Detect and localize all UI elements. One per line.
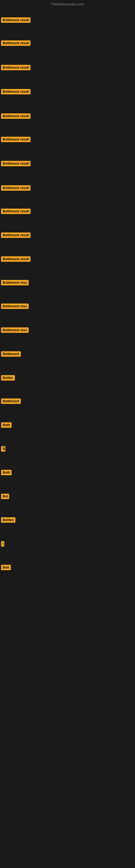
bottleneck-badge: Bottl xyxy=(1,422,12,428)
bottleneck-badge: Bottleneck result xyxy=(1,137,31,142)
bottleneck-badge: Bottl xyxy=(1,470,12,475)
bottleneck-badge: Bottler xyxy=(1,375,15,380)
bottleneck-badge: Bottleneck result xyxy=(1,40,31,46)
bottleneck-result-item: Bottleneck result xyxy=(1,232,31,239)
bottleneck-result-item: I xyxy=(1,541,4,548)
bottleneck-result-item: Bottleneck result xyxy=(1,185,31,192)
site-title: TheBottlenecker.com xyxy=(51,2,84,6)
bottleneck-badge: Bottleneck result xyxy=(1,256,31,262)
bottleneck-result-item: Bottleneck result xyxy=(1,40,31,47)
bottleneck-result-item: Bottleneck result xyxy=(1,209,31,215)
bottleneck-badge: Bottleneck result xyxy=(1,65,31,70)
bottleneck-badge: I xyxy=(1,541,4,547)
bottleneck-badge: Bottleneck result xyxy=(1,113,31,119)
bottleneck-result-item: Bottleneck resu xyxy=(1,304,29,310)
bottleneck-badge: Bottleneck result xyxy=(1,18,31,23)
bottleneck-result-item: Bot xyxy=(1,494,9,500)
bottleneck-result-item: B xyxy=(1,446,5,453)
bottleneck-badge: Bottleneck result xyxy=(1,209,31,214)
bottleneck-result-item: Bottleneck result xyxy=(1,89,31,95)
bottleneck-badge: B xyxy=(1,446,5,452)
bottleneck-result-item: Bottler xyxy=(1,375,15,382)
bottleneck-badge: Bottleneck result xyxy=(1,161,31,166)
bottleneck-result-item: Bottleneck result xyxy=(1,256,31,263)
bottleneck-result-item: Bottleneck result xyxy=(1,161,31,167)
bottleneck-result-item: Bottleneck result xyxy=(1,137,31,143)
bottleneck-result-item: Bottleneck result xyxy=(1,65,31,71)
bottleneck-badge: Bottlen xyxy=(1,517,15,523)
bottleneck-badge: Bottleneck xyxy=(1,399,21,404)
bottleneck-result-item: Bottleneck resu xyxy=(1,328,29,334)
bottleneck-badge: Bottleneck resu xyxy=(1,304,29,309)
bottleneck-result-item: Bottleneck result xyxy=(1,18,31,24)
bottleneck-badge: Bottleneck xyxy=(1,351,21,357)
bottleneck-badge: Bottleneck result xyxy=(1,185,31,191)
bottleneck-result-item: Bottleneck resu xyxy=(1,280,29,286)
bottleneck-badge: Bot xyxy=(1,494,9,499)
bottleneck-result-item: Bottl xyxy=(1,470,12,476)
bottleneck-result-item: Bottl xyxy=(1,422,12,429)
bottleneck-result-item: Bottlen xyxy=(1,517,15,524)
bottleneck-badge: Bottleneck result xyxy=(1,232,31,238)
bottleneck-badge: Bott xyxy=(1,565,11,570)
bottleneck-result-item: Bottleneck xyxy=(1,351,21,358)
bottleneck-badge: Bottleneck resu xyxy=(1,280,29,285)
bottleneck-badge: Bottleneck resu xyxy=(1,328,29,333)
bottleneck-result-item: Bottleneck result xyxy=(1,113,31,120)
bottleneck-badge: Bottleneck result xyxy=(1,89,31,94)
bottleneck-result-item: Bottleneck xyxy=(1,399,21,405)
bottleneck-result-item: Bott xyxy=(1,565,11,571)
site-header: TheBottlenecker.com xyxy=(0,0,135,7)
